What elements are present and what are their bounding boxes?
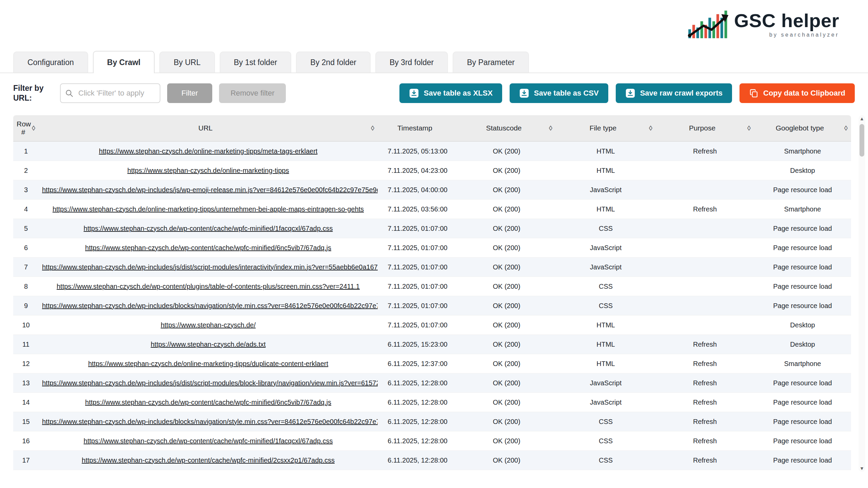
tab[interactable]: By 1st folder bbox=[220, 52, 292, 73]
cell-file-type: CSS bbox=[556, 431, 656, 451]
cell-file-type: HTML bbox=[556, 200, 656, 219]
url-link[interactable]: https://www.stephan-czysch.de/ bbox=[161, 321, 256, 329]
export-button[interactable]: Save table as XLSX bbox=[399, 83, 502, 103]
column-header[interactable]: Row # ◊ bbox=[13, 115, 39, 142]
column-header[interactable]: File type ◊ bbox=[556, 115, 656, 142]
cell-timestamp: 6.11.2025, 12:37:00 bbox=[378, 354, 457, 373]
tab[interactable]: By Crawl bbox=[93, 51, 155, 73]
url-link[interactable]: https://www.stephan-czysch.de/wp-content… bbox=[85, 244, 331, 251]
table-row: 15 https://www.stephan-czysch.de/wp-incl… bbox=[13, 412, 851, 431]
sort-icon[interactable]: ◊ bbox=[32, 124, 35, 132]
export-button-label: Save table as XLSX bbox=[424, 89, 493, 98]
url-link[interactable]: https://www.stephan-czysch.de/online-mar… bbox=[99, 147, 318, 155]
cell-statuscode: OK (200) bbox=[457, 258, 556, 277]
cell-url: https://www.stephan-czysch.de/wp-include… bbox=[39, 373, 378, 393]
cell-url: https://www.stephan-czysch.de/online-mar… bbox=[39, 200, 378, 219]
sort-icon[interactable]: ◊ bbox=[649, 124, 652, 132]
table-row: 14 https://www.stephan-czysch.de/wp-cont… bbox=[13, 393, 851, 412]
cell-timestamp: 7.11.2025, 03:56:00 bbox=[378, 200, 457, 219]
cell-url: https://www.stephan-czysch.de/online-mar… bbox=[39, 161, 378, 180]
sort-icon[interactable]: ◊ bbox=[747, 124, 751, 132]
url-link[interactable]: https://www.stephan-czysch.de/online-mar… bbox=[53, 205, 364, 213]
cell-googlebot-type: Smartphone bbox=[754, 142, 851, 161]
url-link[interactable]: https://www.stephan-czysch.de/wp-include… bbox=[42, 263, 378, 271]
export-button[interactable]: Copy data to Clipboard bbox=[739, 83, 855, 103]
table-row: 8 https://www.stephan-czysch.de/wp-conte… bbox=[13, 277, 851, 296]
cell-file-type: CSS bbox=[556, 412, 656, 431]
table-row: 9 https://www.stephan-czysch.de/wp-inclu… bbox=[13, 296, 851, 316]
url-link[interactable]: https://www.stephan-czysch.de/wp-content… bbox=[57, 283, 360, 290]
filter-url-input[interactable] bbox=[60, 83, 160, 103]
url-link[interactable]: https://www.stephan-czysch.de/online-mar… bbox=[127, 167, 289, 174]
column-header[interactable]: URL ◊ bbox=[39, 115, 378, 142]
url-link[interactable]: https://www.stephan-czysch.de/ads.txt bbox=[151, 341, 265, 348]
cell-purpose: Refresh bbox=[656, 373, 754, 393]
remove-filter-button[interactable]: Remove filter bbox=[219, 83, 286, 103]
tab[interactable]: By Parameter bbox=[453, 52, 529, 73]
cell-purpose bbox=[656, 277, 754, 296]
scrollbar-thumb[interactable] bbox=[860, 124, 864, 157]
cell-row-number: 14 bbox=[13, 393, 39, 412]
table-row: 11 https://www.stephan-czysch.de/ads.txt… bbox=[13, 335, 851, 354]
gsc-helper-app: GSC helper by searchanalyzer Configurati… bbox=[0, 0, 868, 488]
cell-row-number: 1 bbox=[13, 142, 39, 161]
sort-icon[interactable]: ◊ bbox=[844, 124, 848, 132]
scroll-down-arrow-icon[interactable]: ▼ bbox=[859, 466, 865, 471]
tab-label: Configuration bbox=[27, 58, 74, 67]
filter-button[interactable]: Filter bbox=[167, 83, 212, 103]
tab[interactable]: By 3rd folder bbox=[375, 52, 448, 73]
cell-url: https://www.stephan-czysch.de/wp-content… bbox=[39, 393, 378, 412]
cell-row-number: 8 bbox=[13, 277, 39, 296]
url-link[interactable]: https://www.stephan-czysch.de/wp-include… bbox=[42, 418, 378, 425]
cell-googlebot-type: Smartphone bbox=[754, 354, 851, 373]
cell-timestamp: 6.11.2025, 12:28:00 bbox=[378, 431, 457, 451]
cell-file-type: HTML bbox=[556, 161, 656, 180]
cell-url: https://www.stephan-czysch.de/wp-content… bbox=[39, 219, 378, 238]
vertical-scrollbar[interactable]: ▲ ▼ bbox=[859, 115, 865, 472]
column-header[interactable]: Statuscode ◊ bbox=[457, 115, 556, 142]
cell-statuscode: OK (200) bbox=[457, 200, 556, 219]
cell-row-number: 7 bbox=[13, 258, 39, 277]
export-button[interactable]: Save table as CSV bbox=[510, 83, 608, 103]
cell-timestamp: 7.11.2025, 01:07:00 bbox=[378, 238, 457, 258]
cell-file-type: HTML bbox=[556, 142, 656, 161]
url-link[interactable]: https://www.stephan-czysch.de/wp-include… bbox=[42, 186, 378, 194]
download-icon bbox=[519, 88, 529, 98]
cell-purpose bbox=[656, 296, 754, 316]
tab-label: By 3rd folder bbox=[390, 58, 434, 67]
cell-file-type: CSS bbox=[556, 451, 656, 470]
column-header[interactable]: Timestamp ◊ bbox=[378, 115, 457, 142]
cell-row-number: 3 bbox=[13, 180, 39, 200]
url-link[interactable]: https://www.stephan-czysch.de/wp-content… bbox=[84, 225, 333, 232]
cell-row-number: 13 bbox=[13, 373, 39, 393]
export-button[interactable]: Save raw crawl exports bbox=[616, 83, 732, 103]
url-link[interactable]: https://www.stephan-czysch.de/wp-include… bbox=[42, 379, 378, 387]
cell-url: https://www.stephan-czysch.de/online-mar… bbox=[39, 142, 378, 161]
cell-timestamp: 6.11.2025, 12:28:00 bbox=[378, 393, 457, 412]
cell-url: https://www.stephan-czysch.de/wp-include… bbox=[39, 296, 378, 316]
cell-statuscode: OK (200) bbox=[457, 238, 556, 258]
filter-search-box bbox=[60, 83, 160, 103]
cell-googlebot-type: Page resource load bbox=[754, 393, 851, 412]
cell-timestamp: 7.11.2025, 05:13:00 bbox=[378, 142, 457, 161]
column-header[interactable]: Googlebot type ◊ bbox=[754, 115, 851, 142]
url-link[interactable]: https://www.stephan-czysch.de/wp-content… bbox=[82, 456, 335, 464]
url-link[interactable]: https://www.stephan-czysch.de/wp-content… bbox=[84, 437, 333, 445]
url-link[interactable]: https://www.stephan-czysch.de/wp-content… bbox=[85, 399, 331, 406]
cell-file-type: CSS bbox=[556, 219, 656, 238]
tab[interactable]: By 2nd folder bbox=[296, 52, 371, 73]
cell-purpose bbox=[656, 161, 754, 180]
table-header-row: Row # ◊ URL ◊ Timestamp ◊ Statuscode ◊ F… bbox=[13, 115, 851, 142]
url-link[interactable]: https://www.stephan-czysch.de/online-mar… bbox=[88, 360, 328, 367]
sort-icon[interactable]: ◊ bbox=[549, 124, 552, 132]
scroll-up-arrow-icon[interactable]: ▲ bbox=[859, 116, 865, 121]
cell-googlebot-type: Page resource load bbox=[754, 180, 851, 200]
sort-icon[interactable]: ◊ bbox=[371, 124, 374, 132]
cell-row-number: 2 bbox=[13, 161, 39, 180]
url-link[interactable]: https://www.stephan-czysch.de/wp-include… bbox=[42, 302, 378, 309]
cell-purpose bbox=[656, 180, 754, 200]
column-header[interactable]: Purpose ◊ bbox=[656, 115, 754, 142]
tab[interactable]: Configuration bbox=[13, 52, 88, 73]
cell-googlebot-type: Desktop bbox=[754, 316, 851, 335]
tab[interactable]: By URL bbox=[159, 52, 215, 73]
